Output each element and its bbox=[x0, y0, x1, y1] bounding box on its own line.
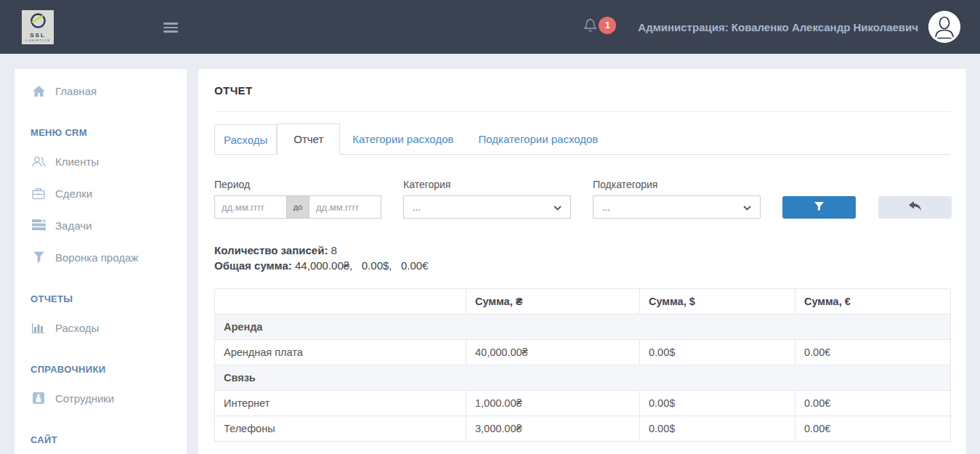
records-count-value: 8 bbox=[331, 244, 337, 256]
bell-icon bbox=[583, 17, 597, 36]
title-divider bbox=[214, 111, 950, 112]
records-count-line: Количество записей: 8 bbox=[214, 243, 950, 258]
funnel-icon bbox=[31, 251, 46, 263]
home-icon bbox=[31, 86, 46, 97]
users-icon bbox=[31, 155, 46, 168]
current-user-label[interactable]: Администрация: Коваленко Александр Никол… bbox=[638, 21, 918, 33]
table-row: Телефоны 3,000.00₴ 0.00$ 0.00€ bbox=[215, 416, 951, 442]
total-sum-values: 44,000.00₴, 0.00$, 0.00€ bbox=[295, 259, 429, 272]
subcategory-select-value: ... bbox=[602, 202, 610, 213]
table-row: Интернет 1,000.00₴ 0.00$ 0.00€ bbox=[215, 391, 951, 416]
group-row: Связь bbox=[215, 365, 951, 391]
subcategory-filter: Подкатегория ... bbox=[593, 179, 761, 219]
sidebar-heading-site: САЙТ bbox=[31, 434, 187, 445]
row-label: Телефоны bbox=[215, 416, 466, 442]
total-sum-line: Общая сумма: 44,000.00₴, 0.00$, 0.00€ bbox=[214, 258, 950, 273]
date-separator-addon: до bbox=[287, 195, 309, 219]
total-sum-label: Общая сумма: bbox=[214, 259, 292, 272]
briefcase-icon bbox=[31, 187, 46, 200]
sidebar-item-home[interactable]: Главная bbox=[15, 75, 187, 107]
sidebar-heading-crm: МЕНЮ CRM bbox=[31, 127, 187, 138]
reset-filter-button[interactable] bbox=[878, 196, 952, 219]
menu-toggle-button[interactable] bbox=[163, 23, 178, 35]
report-tabs: Расходы Отчет Категории расходов Подкате… bbox=[214, 124, 950, 155]
sidebar-item-clients[interactable]: Клиенты bbox=[15, 145, 187, 177]
sidebar-item-label: Сделки bbox=[55, 187, 92, 200]
subcategory-select[interactable]: ... bbox=[593, 195, 761, 219]
top-bar: SSL LOGISTICS 1 Администрация: Коваленко… bbox=[0, 0, 980, 54]
tab-expense-subcategories[interactable]: Подкатегории расходов bbox=[466, 124, 610, 154]
group-name: Связь bbox=[215, 365, 951, 391]
row-uah: 40,000.00₴ bbox=[466, 340, 640, 365]
notifications-button[interactable]: 1 bbox=[583, 17, 616, 36]
row-uah: 3,000.00₴ bbox=[466, 416, 640, 442]
row-uah: 1,000.00₴ bbox=[466, 391, 640, 416]
tasks-icon bbox=[31, 219, 46, 231]
records-count-label: Количество записей: bbox=[214, 244, 328, 256]
row-usd: 0.00$ bbox=[640, 416, 795, 442]
sidebar-item-label: Расходы bbox=[55, 322, 99, 334]
period-filter: Период до bbox=[214, 179, 381, 219]
sidebar-item-sales-funnel[interactable]: Воронка продаж bbox=[15, 241, 187, 273]
avatar[interactable] bbox=[928, 11, 960, 43]
chevron-down-icon bbox=[554, 202, 562, 213]
header-sum-usd: Сумма, $ bbox=[640, 289, 795, 315]
report-table: Сумма, ₴ Сумма, $ Сумма, € Аренда Арендн… bbox=[214, 288, 951, 442]
date-from-input[interactable] bbox=[214, 195, 287, 219]
chevron-down-icon bbox=[743, 202, 751, 213]
sidebar-item-tasks[interactable]: Задачи bbox=[15, 209, 187, 241]
report-summary: Количество записей: 8 Общая сумма: 44,00… bbox=[214, 243, 950, 273]
filters-bar: Период до Категория ... Подкатегория bbox=[214, 179, 950, 219]
table-row: Арендная плата 40,000.00₴ 0.00$ 0.00€ bbox=[215, 340, 951, 365]
row-label: Арендная плата bbox=[215, 340, 466, 365]
category-select-value: ... bbox=[413, 202, 421, 213]
sidebar-item-label: Главная bbox=[55, 85, 97, 97]
sidebar-item-expenses-report[interactable]: Расходы bbox=[15, 312, 187, 344]
bar-chart-icon bbox=[31, 322, 46, 333]
table-header-row: Сумма, ₴ Сумма, $ Сумма, € bbox=[215, 289, 951, 315]
sidebar-item-label: Сотрудники bbox=[55, 392, 114, 405]
logo-globe-icon bbox=[30, 12, 46, 32]
period-label: Период bbox=[214, 179, 381, 190]
company-logo[interactable]: SSL LOGISTICS bbox=[22, 10, 54, 44]
sidebar-item-label: Задачи bbox=[55, 219, 92, 232]
tab-expense-categories[interactable]: Категории расходов bbox=[340, 124, 466, 154]
date-to-input[interactable] bbox=[309, 195, 381, 219]
filter-funnel-icon bbox=[814, 202, 824, 214]
sidebar-heading-directories: СПРАВОЧНИКИ bbox=[31, 364, 187, 375]
page-title: ОТЧЕТ bbox=[214, 69, 950, 97]
logo-subtext: LOGISTICS bbox=[25, 38, 50, 42]
group-name: Аренда bbox=[215, 315, 951, 340]
sidebar-item-employees[interactable]: Сотрудники bbox=[15, 382, 187, 414]
header-name bbox=[215, 289, 466, 315]
category-label: Категория bbox=[403, 179, 571, 190]
tab-expenses[interactable]: Расходы bbox=[214, 124, 277, 154]
topbar-right: 1 Администрация: Коваленко Александр Ник… bbox=[583, 0, 960, 54]
row-eur: 0.00€ bbox=[795, 416, 951, 442]
row-eur: 0.00€ bbox=[795, 391, 951, 416]
id-badge-icon bbox=[31, 392, 46, 404]
filter-actions bbox=[782, 179, 952, 219]
header-sum-uah: Сумма, ₴ bbox=[466, 289, 640, 315]
row-usd: 0.00$ bbox=[640, 340, 795, 365]
group-row: Аренда bbox=[215, 315, 951, 340]
undo-arrow-icon bbox=[909, 201, 922, 214]
sidebar-heading-reports: ОТЧЕТЫ bbox=[31, 293, 187, 304]
sidebar-item-label: Воронка продаж bbox=[55, 251, 138, 264]
tab-report[interactable]: Отчет bbox=[277, 123, 340, 155]
sidebar-item-label: Клиенты bbox=[55, 155, 99, 168]
apply-filter-button[interactable] bbox=[782, 196, 856, 219]
logo-text: SSL bbox=[30, 33, 46, 38]
row-usd: 0.00$ bbox=[640, 391, 795, 416]
header-sum-eur: Сумма, € bbox=[795, 289, 951, 315]
notification-count-badge[interactable]: 1 bbox=[599, 17, 616, 34]
main-panel: ОТЧЕТ Расходы Отчет Категории расходов П… bbox=[198, 69, 966, 454]
sidebar-item-deals[interactable]: Сделки bbox=[15, 177, 187, 209]
category-select[interactable]: ... bbox=[403, 195, 571, 219]
sidebar: Главная МЕНЮ CRM Клиенты Сделки bbox=[15, 69, 187, 454]
subcategory-label: Подкатегория bbox=[593, 179, 761, 190]
category-filter: Категория ... bbox=[403, 179, 571, 219]
row-label: Интернет bbox=[215, 391, 466, 416]
row-eur: 0.00€ bbox=[795, 340, 951, 365]
